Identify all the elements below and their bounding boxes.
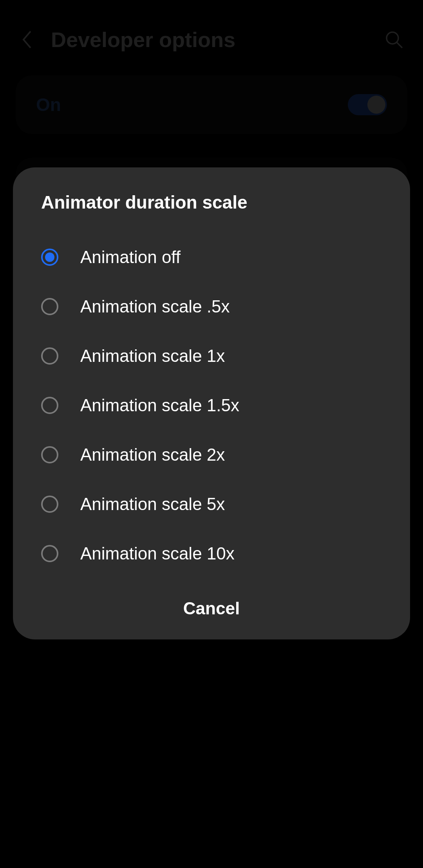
option-animation-scale-0-5x[interactable]: Animation scale .5x: [13, 282, 410, 331]
dialog-title: Animator duration scale: [13, 192, 410, 221]
option-label: Animation off: [80, 247, 181, 267]
option-animation-scale-2x[interactable]: Animation scale 2x: [13, 430, 410, 479]
option-animation-scale-10x[interactable]: Animation scale 10x: [13, 529, 410, 578]
option-animation-scale-1x[interactable]: Animation scale 1x: [13, 331, 410, 381]
option-animation-off[interactable]: Animation off: [13, 232, 410, 282]
option-label: Animation scale 10x: [80, 544, 235, 563]
option-label: Animation scale 1.5x: [80, 396, 239, 415]
radio-icon: [41, 397, 58, 414]
cancel-button[interactable]: Cancel: [183, 599, 240, 618]
option-label: Animation scale 1x: [80, 346, 225, 366]
dialog-options-list: Animation off Animation scale .5x Animat…: [13, 221, 410, 582]
radio-icon: [41, 298, 58, 315]
option-animation-scale-1-5x[interactable]: Animation scale 1.5x: [13, 381, 410, 430]
radio-icon: [41, 496, 58, 513]
animator-duration-scale-dialog: Animator duration scale Animation off An…: [13, 167, 410, 639]
option-label: Animation scale 2x: [80, 445, 225, 465]
dialog-footer: Cancel: [13, 582, 410, 639]
option-animation-scale-5x[interactable]: Animation scale 5x: [13, 479, 410, 529]
radio-icon: [41, 249, 58, 266]
radio-icon: [41, 446, 58, 463]
option-label: Animation scale .5x: [80, 297, 230, 316]
radio-icon: [41, 545, 58, 562]
radio-icon: [41, 347, 58, 365]
option-label: Animation scale 5x: [80, 494, 225, 514]
